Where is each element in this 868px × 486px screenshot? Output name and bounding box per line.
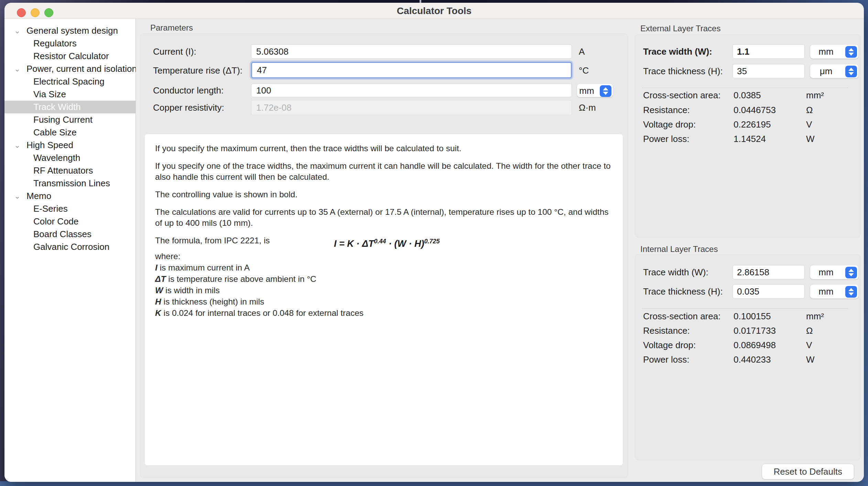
internal-cross-section-label: Cross-section area: xyxy=(643,311,720,322)
external-trace-thickness-input[interactable] xyxy=(733,64,805,78)
external-cross-section-unit: mm² xyxy=(806,90,824,101)
formula-legend: where: I is maximum current in A ΔT is t… xyxy=(155,251,612,319)
ipc2221-formula: I = K · ΔT0.44 · (W · H)0.725 xyxy=(334,238,612,249)
stepper-icon[interactable] xyxy=(845,267,857,278)
sidebar-item-general-system-design[interactable]: ⌄General system design xyxy=(4,24,135,37)
conductor-length-unit-dropdown[interactable]: mm xyxy=(577,84,613,97)
temperature-rise-input[interactable] xyxy=(251,62,572,78)
sidebar-item-color-code[interactable]: Color Code xyxy=(4,215,135,228)
external-cross-section-value: 0.0385 xyxy=(734,90,761,101)
sidebar-item-high-speed[interactable]: ⌄High Speed xyxy=(4,139,135,152)
chevron-down-icon[interactable]: ⌄ xyxy=(14,63,20,75)
external-voltage-drop-label: Voltage drop: xyxy=(643,119,696,130)
external-power-loss-label: Power loss: xyxy=(643,134,689,144)
chevron-down-icon[interactable]: ⌄ xyxy=(14,190,20,202)
calculator-tools-window: Calculator Tools ⌄General system design … xyxy=(4,3,864,482)
sidebar-item-regulators[interactable]: Regulators xyxy=(4,37,135,50)
current-input[interactable] xyxy=(251,44,572,59)
doc-paragraph: If you specify one of the trace widths, … xyxy=(155,161,612,183)
parameters-section-title: Parameters xyxy=(150,23,193,33)
external-trace-thickness-unit-dropdown[interactable]: μm xyxy=(810,64,859,78)
external-resistance-unit: Ω xyxy=(806,105,813,115)
title-bar[interactable]: Calculator Tools xyxy=(4,3,864,19)
internal-voltage-drop-label: Voltage drop: xyxy=(643,340,696,351)
doc-paragraph: The controlling value is shown in bold. xyxy=(155,189,612,200)
stepper-icon[interactable] xyxy=(600,85,611,97)
internal-trace-width-input[interactable] xyxy=(733,265,805,279)
temperature-rise-label: Temperature rise (ΔT): xyxy=(153,65,242,76)
sidebar-item-e-series[interactable]: E-Series xyxy=(4,202,135,215)
internal-voltage-drop-value: 0.0869498 xyxy=(734,340,776,351)
doc-paragraph: If you specify the maximum current, then… xyxy=(155,143,612,154)
calculator-tree-sidebar: ⌄General system design Regulators Resist… xyxy=(4,19,136,482)
external-trace-thickness-unit-value: μm xyxy=(810,64,842,78)
reset-to-defaults-button[interactable]: Reset to Defaults xyxy=(762,464,854,479)
external-voltage-drop-value: 0.226195 xyxy=(734,119,771,130)
sidebar-item-resistor-calculator[interactable]: Resistor Calculator xyxy=(4,50,135,63)
divider xyxy=(642,88,848,88)
external-trace-width-unit-value: mm xyxy=(810,45,842,58)
legend-line: I is maximum current in A xyxy=(155,262,612,273)
track-width-panel: Parameters Current (I): A Temperature ri… xyxy=(136,19,632,482)
desktop-bottom-strip xyxy=(0,481,868,486)
internal-trace-thickness-unit-value: mm xyxy=(810,285,842,298)
internal-trace-thickness-input[interactable] xyxy=(733,284,805,299)
sidebar-item-cable-size[interactable]: Cable Size xyxy=(4,126,135,139)
internal-resistance-label: Resistance: xyxy=(643,325,690,336)
internal-trace-width-unit-dropdown[interactable]: mm xyxy=(810,265,859,279)
external-layer-traces-title: External Layer Traces xyxy=(640,24,720,33)
legend-line: H is thickness (height) in mils xyxy=(155,296,612,307)
window-title: Calculator Tools xyxy=(4,3,864,19)
internal-power-loss-unit: W xyxy=(806,354,815,365)
documentation-panel: If you specify the maximum current, then… xyxy=(144,134,623,466)
internal-resistance-value: 0.0171733 xyxy=(734,325,776,336)
where-label: where: xyxy=(155,251,612,262)
internal-trace-thickness-label: Trace thickness (H): xyxy=(643,286,723,297)
sidebar-item-board-classes[interactable]: Board Classes xyxy=(4,228,135,241)
external-power-loss-unit: W xyxy=(806,134,815,144)
external-voltage-drop-unit: V xyxy=(806,119,812,130)
copper-resistivity-unit: Ω·m xyxy=(579,102,596,113)
sidebar-item-fusing-current[interactable]: Fusing Current xyxy=(4,113,135,126)
stepper-icon[interactable] xyxy=(845,286,857,298)
internal-trace-width-unit-value: mm xyxy=(810,265,842,279)
current-unit: A xyxy=(579,46,585,57)
external-trace-width-label: Trace width (W): xyxy=(643,46,712,57)
current-label: Current (I): xyxy=(153,46,196,57)
legend-line: W is width in mils xyxy=(155,285,612,296)
internal-cross-section-unit: mm² xyxy=(806,311,824,322)
stepper-icon[interactable] xyxy=(845,46,857,58)
internal-power-loss-label: Power loss: xyxy=(643,354,689,365)
sidebar-item-transmission-lines[interactable]: Transmission Lines xyxy=(4,177,135,190)
doc-paragraph: The calculations are valid for currents … xyxy=(155,207,612,229)
sidebar-item-via-size[interactable]: Via Size xyxy=(4,88,135,101)
internal-trace-thickness-unit-dropdown[interactable]: mm xyxy=(810,284,859,299)
chevron-down-icon[interactable]: ⌄ xyxy=(14,139,20,152)
sidebar-item-electrical-spacing[interactable]: Electrical Spacing xyxy=(4,75,135,88)
external-power-loss-value: 1.14524 xyxy=(734,134,766,144)
internal-voltage-drop-unit: V xyxy=(806,340,812,351)
internal-cross-section-value: 0.100155 xyxy=(734,311,771,322)
legend-line: K is 0.024 for internal traces or 0.048 … xyxy=(155,307,612,319)
sidebar-item-track-width[interactable]: Track Width xyxy=(4,101,135,113)
external-cross-section-label: Cross-section area: xyxy=(643,90,720,101)
chevron-down-icon[interactable]: ⌄ xyxy=(14,24,20,37)
external-resistance-value: 0.0446753 xyxy=(734,105,776,115)
external-resistance-label: Resistance: xyxy=(643,105,690,115)
sidebar-item-power-current-isolation[interactable]: ⌄Power, current and isolation xyxy=(4,63,135,75)
external-trace-width-unit-dropdown[interactable]: mm xyxy=(810,44,859,59)
external-trace-thickness-label: Trace thickness (H): xyxy=(643,66,723,77)
sidebar-item-rf-attenuators[interactable]: RF Attenuators xyxy=(4,164,135,177)
internal-trace-width-label: Trace width (W): xyxy=(643,267,708,278)
stepper-icon[interactable] xyxy=(845,66,857,77)
sidebar-item-memo[interactable]: ⌄Memo xyxy=(4,190,135,202)
sidebar-item-wavelength[interactable]: Wavelength xyxy=(4,152,135,164)
conductor-length-input[interactable] xyxy=(251,84,572,97)
temperature-rise-unit: °C xyxy=(579,65,589,76)
internal-resistance-unit: Ω xyxy=(806,325,813,336)
conductor-length-label: Conductor length: xyxy=(153,85,224,96)
internal-layer-traces-title: Internal Layer Traces xyxy=(640,244,718,254)
copper-resistivity-input xyxy=(251,100,572,115)
external-trace-width-input[interactable] xyxy=(733,44,805,59)
sidebar-item-galvanic-corrosion[interactable]: Galvanic Corrosion xyxy=(4,241,135,253)
